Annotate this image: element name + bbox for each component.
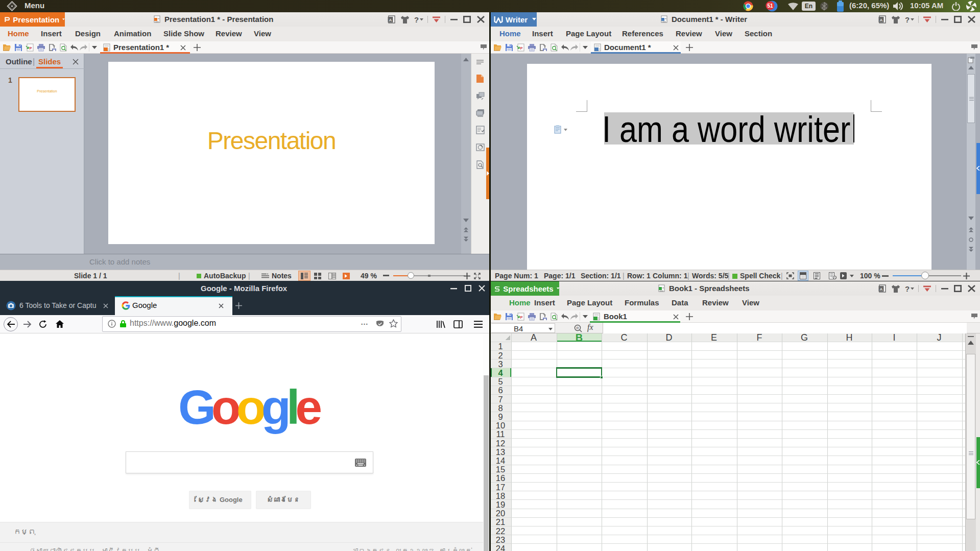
- svg-text:E: E: [711, 333, 717, 343]
- svg-text:12: 12: [496, 439, 505, 448]
- svg-text:15: 15: [496, 465, 505, 474]
- svg-text:P: P: [29, 46, 32, 51]
- svg-text:P: P: [520, 46, 522, 51]
- svg-text:24: 24: [496, 544, 505, 551]
- svg-text:13: 13: [496, 447, 505, 457]
- svg-text:F: F: [757, 333, 762, 343]
- svg-text:8: 8: [498, 403, 503, 413]
- svg-text:P: P: [520, 315, 522, 320]
- svg-text:A: A: [389, 17, 392, 22]
- svg-text:A: A: [531, 333, 537, 343]
- svg-text:3: 3: [498, 360, 503, 369]
- svg-text:R: R: [576, 326, 579, 330]
- svg-text:B: B: [576, 333, 583, 343]
- svg-text:C: C: [621, 333, 628, 343]
- svg-text:D: D: [666, 333, 673, 343]
- svg-text:J: J: [937, 333, 942, 343]
- svg-text:23: 23: [496, 535, 505, 544]
- svg-text:19: 19: [496, 500, 505, 509]
- svg-text:10: 10: [496, 421, 505, 430]
- svg-text:11: 11: [496, 429, 505, 439]
- svg-text:9: 9: [498, 412, 503, 421]
- svg-text:2: 2: [498, 351, 503, 360]
- svg-text:22: 22: [496, 526, 505, 536]
- svg-text:A: A: [880, 286, 883, 291]
- svg-text:20: 20: [496, 509, 505, 518]
- svg-text:4: 4: [498, 368, 503, 377]
- svg-text:5: 5: [498, 377, 503, 386]
- svg-text:A: A: [880, 17, 883, 22]
- svg-text:G: G: [801, 333, 808, 343]
- svg-text:17: 17: [496, 483, 505, 492]
- svg-text:H: H: [846, 333, 853, 343]
- svg-text:6: 6: [498, 386, 503, 395]
- svg-text:I: I: [893, 333, 895, 343]
- svg-text:14: 14: [496, 456, 505, 465]
- svg-text:18: 18: [496, 491, 505, 500]
- svg-text:1: 1: [498, 342, 503, 351]
- svg-text:21: 21: [496, 517, 505, 526]
- svg-text:16: 16: [496, 473, 505, 483]
- svg-text:51: 51: [767, 3, 773, 9]
- svg-text:7: 7: [498, 395, 503, 404]
